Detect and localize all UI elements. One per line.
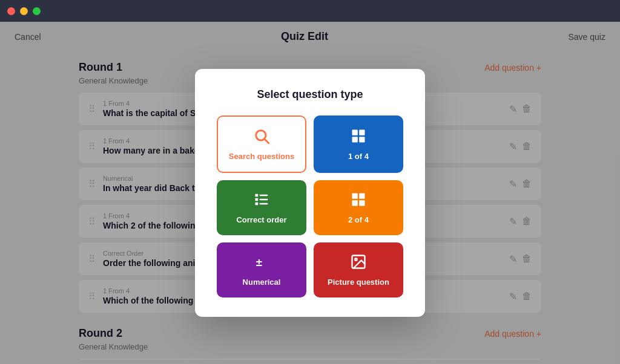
svg-rect-15 (359, 200, 364, 206)
svg-rect-2 (352, 130, 358, 135)
svg-point-18 (355, 258, 357, 261)
svg-rect-12 (352, 193, 358, 199)
two-of-four-button[interactable]: 2 of 4 (314, 180, 403, 235)
svg-rect-8 (256, 198, 259, 201)
two-of-four-label: 2 of 4 (348, 215, 369, 224)
svg-rect-9 (260, 199, 268, 200)
titlebar (0, 0, 620, 22)
modal-overlay[interactable]: Select question type Search questions (0, 22, 620, 364)
correct-order-button[interactable]: Correct order (217, 180, 306, 235)
svg-rect-11 (260, 203, 268, 204)
close-button[interactable] (7, 7, 15, 15)
modal-title: Select question type (217, 88, 403, 101)
grid2-icon (350, 191, 367, 210)
picture-question-label: Picture question (328, 278, 389, 287)
one-of-four-label: 1 of 4 (348, 152, 369, 161)
plus-minus-icon: ± (253, 253, 270, 273)
svg-rect-6 (256, 194, 259, 197)
list-icon (253, 191, 270, 210)
modal-grid: Search questions 1 of 4 (217, 115, 403, 297)
svg-rect-13 (359, 193, 364, 199)
svg-line-1 (265, 139, 268, 143)
svg-rect-4 (352, 137, 358, 142)
grid-icon (350, 128, 367, 147)
search-questions-button[interactable]: Search questions (217, 115, 306, 173)
one-of-four-button[interactable]: 1 of 4 (314, 115, 403, 173)
svg-rect-3 (359, 130, 364, 135)
svg-text:±: ± (256, 256, 262, 268)
picture-question-button[interactable]: Picture question (314, 242, 403, 297)
search-questions-label: Search questions (229, 152, 294, 161)
minimize-button[interactable] (20, 7, 28, 15)
numerical-label: Numerical (243, 278, 281, 287)
svg-rect-10 (256, 203, 259, 206)
svg-rect-14 (352, 200, 358, 206)
numerical-button[interactable]: ± Numerical (217, 242, 306, 297)
svg-rect-7 (260, 195, 268, 196)
app-body: Cancel Quiz Edit Save quiz Round 1 Add q… (0, 22, 620, 364)
correct-order-label: Correct order (236, 215, 286, 224)
select-question-type-modal: Select question type Search questions (195, 69, 425, 317)
search-icon (253, 128, 270, 147)
maximize-button[interactable] (33, 7, 41, 15)
image-icon (350, 253, 367, 273)
svg-rect-5 (359, 137, 364, 142)
